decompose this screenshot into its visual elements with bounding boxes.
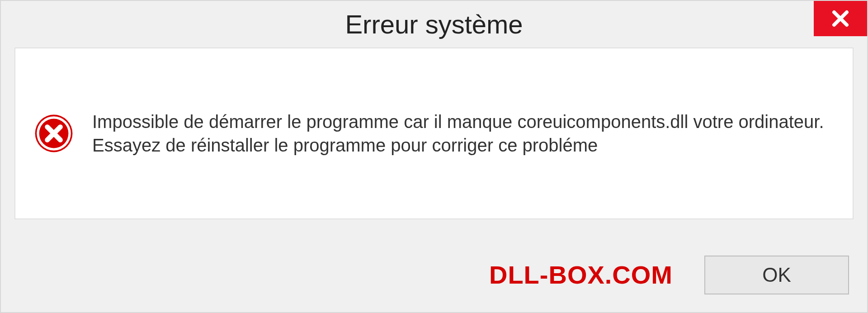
error-icon: [33, 113, 74, 154]
ok-button[interactable]: OK: [704, 256, 849, 294]
close-icon: [831, 9, 850, 28]
close-button[interactable]: [814, 1, 867, 36]
dialog-footer: DLL-BOX.COM OK: [1, 237, 867, 312]
error-dialog: Erreur système Impossible de démarrer le…: [0, 0, 868, 313]
content-area: Impossible de démarrer le programme car …: [14, 47, 854, 219]
titlebar: Erreur système: [1, 1, 867, 47]
dialog-title: Erreur système: [345, 9, 523, 39]
brand-text: DLL-BOX.COM: [489, 260, 673, 289]
error-message: Impossible de démarrer le programme car …: [92, 110, 835, 157]
